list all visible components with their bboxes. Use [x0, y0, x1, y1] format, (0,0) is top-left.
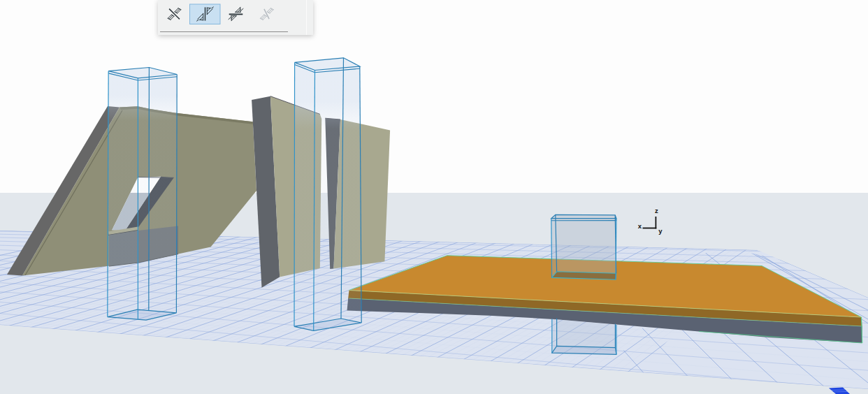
svg-text:z: z	[655, 207, 658, 214]
svg-text:y: y	[658, 227, 663, 235]
svg-text:x: x	[638, 222, 642, 230]
